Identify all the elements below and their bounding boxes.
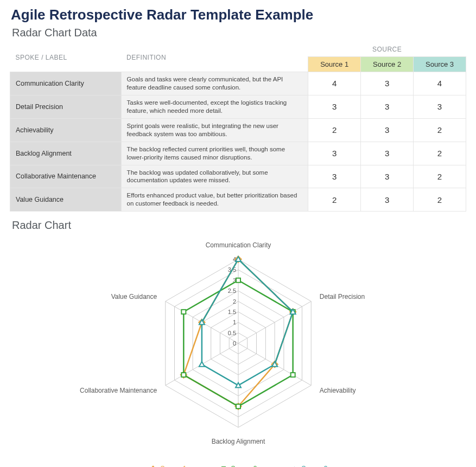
header-source-3: Source 3 <box>414 57 466 72</box>
legend-item-source-2: Source 2 <box>219 465 257 467</box>
definition-cell: Goals and tasks were clearly communicate… <box>121 72 308 95</box>
svg-marker-43 <box>201 259 293 386</box>
header-source-1: Source 1 <box>308 57 361 72</box>
legend-item-source-1: Source 1 <box>148 465 186 467</box>
value-cell: 2 <box>414 118 466 142</box>
svg-marker-48 <box>199 362 204 367</box>
svg-text:Collaborative Maintenance: Collaborative Maintenance <box>80 387 157 394</box>
svg-text:2.5: 2.5 <box>227 287 236 294</box>
header-source-group: SOURCE <box>308 42 466 57</box>
table-row: Backlog AlignmentThe backlog reflected c… <box>10 142 466 165</box>
value-cell: 2 <box>308 118 361 142</box>
value-cell: 3 <box>308 142 361 165</box>
value-cell: 4 <box>414 72 466 95</box>
legend-label: Source 3 <box>302 465 328 467</box>
svg-rect-41 <box>181 373 186 377</box>
legend-label: Source 2 <box>231 465 257 467</box>
legend-item-source-3: Source 3 <box>290 465 328 467</box>
value-cell: 2 <box>308 188 361 212</box>
svg-text:Achievability: Achievability <box>319 387 356 394</box>
value-cell: 3 <box>308 95 361 118</box>
value-cell: 3 <box>361 72 414 95</box>
value-cell: 2 <box>414 165 466 188</box>
value-cell: 3 <box>361 95 414 118</box>
spoke-cell: Detail Precision <box>10 95 122 118</box>
value-cell: 2 <box>414 142 466 165</box>
table-row: AchievabilitySprint goals were realistic… <box>10 118 466 142</box>
spoke-cell: Communication Clarity <box>10 72 122 95</box>
header-definition: DEFINITION <box>121 42 308 72</box>
svg-text:1: 1 <box>232 319 236 326</box>
spoke-cell: Value Guidance <box>10 188 122 212</box>
spoke-cell: Backlog Alignment <box>10 142 122 165</box>
table-row: Collaborative MaintenanceThe backlog was… <box>10 165 466 188</box>
svg-text:Backlog Alignment: Backlog Alignment <box>211 438 265 445</box>
page-title: Agile Retrospective Radar Template Examp… <box>11 7 466 23</box>
table-section-title: Radar Chart Data <box>12 27 466 39</box>
value-cell: 4 <box>308 72 361 95</box>
radar-data-table: SPOKE / LABEL DEFINITION SOURCE Source 1… <box>10 42 466 212</box>
spoke-cell: Achievability <box>10 118 122 142</box>
table-row: Value GuidanceEfforts enhanced product v… <box>10 188 466 212</box>
definition-cell: Tasks were well-documented, except the l… <box>121 95 308 118</box>
svg-text:Communication Clarity: Communication Clarity <box>205 241 271 249</box>
spoke-cell: Collaborative Maintenance <box>10 165 122 188</box>
definition-cell: The backlog was updated collaboratively,… <box>121 165 308 188</box>
value-cell: 3 <box>308 165 361 188</box>
value-cell: 3 <box>361 188 414 212</box>
svg-text:2: 2 <box>232 298 236 305</box>
radar-chart: 00.511.522.533.54Communication ClarityDe… <box>48 235 428 463</box>
svg-rect-39 <box>290 373 295 377</box>
definition-cell: Efforts enhanced product value, but bett… <box>121 188 308 212</box>
value-cell: 3 <box>361 165 414 188</box>
header-source-2: Source 2 <box>361 57 414 72</box>
table-row: Detail PrecisionTasks were well-document… <box>10 95 466 118</box>
table-row: Communication ClarityGoals and tasks wer… <box>10 72 466 95</box>
svg-text:Value Guidance: Value Guidance <box>111 293 157 300</box>
svg-text:0: 0 <box>232 340 236 347</box>
svg-marker-47 <box>236 383 241 388</box>
chart-legend: Source 1 Source 2 Source 3 <box>10 465 466 467</box>
value-cell: 2 <box>414 188 466 212</box>
svg-text:0.5: 0.5 <box>227 330 236 336</box>
svg-text:Detail Precision: Detail Precision <box>319 293 364 300</box>
value-cell: 3 <box>361 142 414 165</box>
definition-cell: The backlog reflected current priorities… <box>121 142 308 165</box>
legend-label: Source 1 <box>160 465 186 467</box>
chart-section-title: Radar Chart <box>12 219 466 232</box>
value-cell: 3 <box>361 118 414 142</box>
definition-cell: Sprint goals were realistic, but integra… <box>121 118 308 142</box>
svg-rect-42 <box>181 310 186 314</box>
svg-rect-37 <box>236 278 240 283</box>
svg-marker-44 <box>236 257 241 261</box>
svg-marker-46 <box>272 362 277 367</box>
header-spoke: SPOKE / LABEL <box>10 42 122 72</box>
value-cell: 3 <box>414 95 466 118</box>
svg-text:1.5: 1.5 <box>227 309 236 315</box>
svg-rect-40 <box>236 405 240 409</box>
